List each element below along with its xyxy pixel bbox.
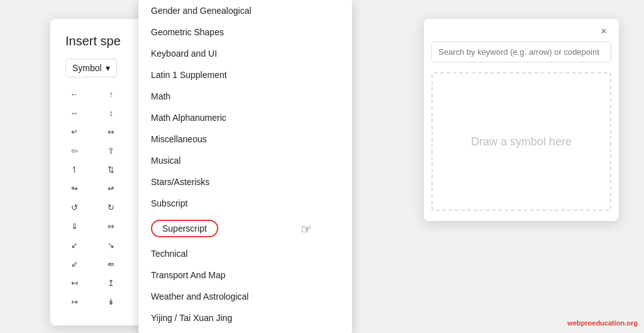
- symbol-cell[interactable]: ⇓: [65, 217, 83, 235]
- symbol-cell[interactable]: ↡: [103, 293, 120, 310]
- dropdown-item-math[interactable]: Math: [138, 86, 352, 107]
- symbol-cell[interactable]: ↫: [103, 179, 120, 197]
- symbol-cell[interactable]: ↻: [103, 198, 120, 216]
- dropdown-item-gender[interactable]: Gender and Genealogical: [138, 0, 352, 21]
- draw-area[interactable]: Draw a symbol here: [431, 72, 611, 211]
- symbol-cell[interactable]: ⇧: [103, 142, 120, 159]
- dropdown-item-geometric[interactable]: Geometric Shapes: [138, 21, 352, 43]
- dropdown-item-yijing[interactable]: Yijing / Tai Xuan Jing: [138, 307, 352, 329]
- symbol-cell[interactable]: ↵: [65, 123, 83, 140]
- draw-label: Draw a symbol here: [471, 135, 572, 149]
- watermark: webproeducation.org: [567, 319, 638, 327]
- superscript-highlight: Superscript: [151, 220, 218, 237]
- dropdown-item-superscript[interactable]: Superscript: [138, 214, 352, 243]
- symbol-cell[interactable]: ↕: [103, 104, 120, 121]
- symbol-cell[interactable]: ↔: [65, 104, 83, 121]
- close-button[interactable]: ×: [596, 24, 611, 39]
- dialog-header: ×: [424, 19, 619, 42]
- symbol-cell[interactable]: ↣: [65, 293, 83, 310]
- dropdown-item-weather[interactable]: Weather and Astrological: [138, 286, 352, 307]
- dropdown-item-historic[interactable]: Historic: [138, 329, 352, 333]
- symbol-cell[interactable]: ↥: [103, 274, 120, 291]
- dropdown-item-misc[interactable]: Miscellaneous: [138, 128, 352, 150]
- symbol-cell[interactable]: ↘: [103, 236, 120, 254]
- search-input[interactable]: [431, 42, 611, 62]
- dropdown-item-latin[interactable]: Latin 1 Supplement: [138, 64, 352, 86]
- symbol-cell[interactable]: ⇙: [65, 255, 83, 273]
- symbol-cell[interactable]: ↤: [65, 274, 83, 291]
- symbol-cell[interactable]: ↺: [65, 198, 83, 216]
- symbol-cell[interactable]: ↿: [65, 161, 83, 178]
- symbol-cell[interactable]: ↙: [65, 236, 83, 254]
- dropdown-item-musical[interactable]: Musical: [138, 150, 352, 171]
- symbol-cell[interactable]: ⇦: [65, 142, 83, 159]
- dropdown-item-keyboard[interactable]: Keyboard and UI: [138, 43, 352, 64]
- symbol-select[interactable]: Symbol ▾: [65, 59, 117, 77]
- dropdown-item-stars[interactable]: Stars/Asterisks: [138, 171, 352, 193]
- symbol-cell[interactable]: ↑: [103, 85, 120, 103]
- chevron-down-icon: ▾: [106, 63, 110, 73]
- symbol-search-dialog: × Draw a symbol here: [424, 19, 619, 221]
- dropdown-item-technical[interactable]: Technical: [138, 243, 352, 264]
- symbol-cell[interactable]: ←: [65, 85, 83, 103]
- symbol-cell[interactable]: ⇚: [103, 255, 120, 273]
- symbol-cell[interactable]: ⇔: [103, 217, 120, 235]
- dropdown-item-math-alpha[interactable]: Math Alphanumeric: [138, 107, 352, 128]
- category-dropdown[interactable]: Gender and Genealogical Geometric Shapes…: [138, 0, 352, 333]
- symbol-cell[interactable]: ⇅: [103, 161, 120, 178]
- select-label: Symbol: [72, 63, 102, 73]
- symbol-cell[interactable]: ⇔: [103, 123, 120, 140]
- dropdown-item-subscript[interactable]: Subscript: [138, 193, 352, 214]
- symbol-cell[interactable]: ↬: [65, 179, 83, 197]
- dropdown-item-transport[interactable]: Transport And Map: [138, 264, 352, 286]
